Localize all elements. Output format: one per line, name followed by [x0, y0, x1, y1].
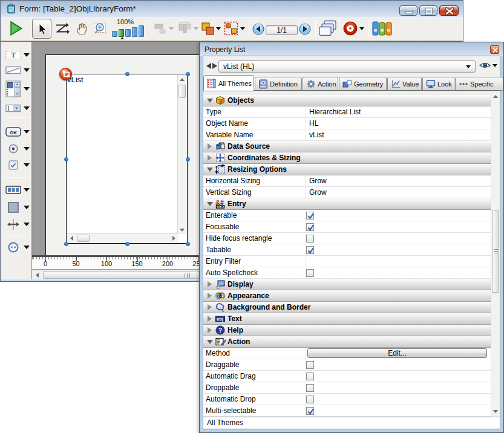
property-value[interactable]: Hierarchical List: [306, 106, 491, 117]
combo-box-tool-button[interactable]: [4, 100, 22, 116]
property-value[interactable]: HL: [306, 118, 491, 129]
theme-header-row[interactable]: Display: [203, 279, 491, 290]
selection-handle[interactable]: [125, 72, 129, 76]
theme-header-row[interactable]: Background and Border: [203, 302, 491, 313]
minimize-button[interactable]: [399, 5, 417, 16]
scroll-left-icon[interactable]: [33, 270, 42, 279]
zoom-bar-2[interactable]: [119, 29, 124, 37]
checkbox-unchecked[interactable]: [306, 235, 314, 243]
zoom-widget[interactable]: 100%: [112, 18, 147, 37]
page-number-field[interactable]: 1/1: [266, 25, 298, 35]
property-list-titlebar[interactable]: Property List: [200, 42, 503, 56]
button-tool-button[interactable]: OK: [4, 124, 22, 140]
close-button[interactable]: [439, 5, 459, 16]
library-button[interactable]: [372, 21, 393, 37]
previous-object-icon[interactable]: [206, 63, 211, 69]
theme-header-row[interactable]: Action: [203, 336, 491, 348]
maximize-button[interactable]: [419, 5, 437, 16]
object-vertical-scrollbar[interactable]: [177, 75, 186, 234]
distribute-button[interactable]: [177, 21, 192, 37]
theme-header-row[interactable]: Coordinates & Sizing: [203, 152, 491, 164]
splitter-tool-button[interactable]: [4, 217, 22, 232]
property-value[interactable]: [306, 267, 491, 278]
pan-button[interactable]: [74, 21, 89, 37]
theme-header-row[interactable]: Objects: [203, 95, 491, 106]
property-value[interactable]: [306, 405, 491, 416]
scroll-left-icon[interactable]: [67, 234, 76, 243]
rectangle-tool-button[interactable]: [4, 200, 22, 215]
chevron-down-icon[interactable]: [24, 68, 30, 72]
scroll-down-icon[interactable]: [491, 407, 500, 416]
property-value[interactable]: [306, 244, 491, 255]
zoom-tool-button[interactable]: [93, 21, 106, 37]
scrollbar-thumb[interactable]: [178, 85, 186, 98]
select-tool-button[interactable]: [32, 19, 51, 39]
zoom-bar-5[interactable]: [139, 25, 144, 37]
expand-triangle-icon[interactable]: [208, 327, 212, 333]
checkbox-unchecked[interactable]: [306, 373, 314, 380]
collapse-triangle-icon[interactable]: [207, 340, 213, 344]
chevron-down-icon[interactable]: [24, 206, 30, 209]
property-value[interactable]: [306, 233, 491, 244]
chevron-down-icon[interactable]: [493, 64, 497, 67]
expand-triangle-icon[interactable]: [208, 293, 212, 299]
tab-all-themes[interactable]: All Themes: [203, 75, 254, 91]
chevron-down-icon[interactable]: [24, 53, 30, 57]
theme-header-row[interactable]: ?Help: [203, 325, 491, 336]
theme-header-row[interactable]: Resizing Options: [203, 164, 491, 175]
chevron-down-icon[interactable]: [240, 27, 245, 30]
zoom-bar-1[interactable]: [112, 31, 117, 37]
checkbox-unchecked[interactable]: [306, 361, 314, 369]
tab-specific[interactable]: Specific: [455, 77, 503, 91]
scrollbar-thumb[interactable]: [492, 210, 499, 293]
property-value[interactable]: [306, 221, 491, 232]
property-value[interactable]: [306, 382, 491, 393]
vlist-hierarchical-list-object[interactable]: vList: [66, 74, 188, 244]
eye-icon[interactable]: [479, 61, 491, 70]
zoom-bar-4[interactable]: [132, 27, 137, 37]
property-value[interactable]: Grow: [306, 175, 491, 186]
property-value[interactable]: Grow: [306, 187, 491, 198]
theme-header-row[interactable]: Data Source: [203, 141, 491, 152]
property-list-close-button[interactable]: [490, 45, 499, 54]
checkbox-unchecked[interactable]: [306, 396, 314, 403]
scrollbar-thumb[interactable]: [77, 235, 90, 242]
collapse-triangle-icon[interactable]: [207, 99, 213, 103]
plugin-tool-button[interactable]: [4, 239, 22, 255]
scroll-right-icon[interactable]: [169, 234, 178, 243]
tab-definition[interactable]: Definition: [255, 77, 302, 91]
chevron-down-icon[interactable]: [24, 223, 30, 226]
execute-button[interactable]: [9, 21, 24, 38]
form-window-titlebar[interactable]: Form: [Table_2]ObjLibraryForm*: [1, 1, 463, 17]
expand-triangle-icon[interactable]: [208, 143, 212, 149]
expand-triangle-icon[interactable]: [208, 155, 212, 161]
collapse-triangle-icon[interactable]: [207, 202, 213, 206]
scroll-up-icon[interactable]: [178, 75, 186, 83]
radio-tool-button[interactable]: [4, 141, 22, 157]
next-object-icon[interactable]: [212, 63, 217, 69]
checkbox-checked[interactable]: [306, 223, 314, 231]
chevron-down-icon[interactable]: [24, 87, 30, 91]
selection-handle[interactable]: [64, 242, 68, 246]
insert-fields-button[interactable]: [343, 21, 358, 37]
zoom-bar-3[interactable]: [125, 29, 131, 37]
object-horizontal-scrollbar[interactable]: [67, 233, 178, 243]
expand-triangle-icon[interactable]: [208, 316, 212, 322]
collapse-triangle-icon[interactable]: [207, 168, 213, 172]
chevron-down-icon[interactable]: [24, 163, 30, 167]
checkbox-checked[interactable]: [306, 407, 314, 415]
tab-look[interactable]: Look: [422, 77, 454, 91]
selection-handle[interactable]: [125, 242, 129, 246]
tab-geometry[interactable]: Geometry: [339, 77, 387, 91]
display-pages-button[interactable]: [319, 20, 337, 39]
property-value[interactable]: [306, 359, 491, 370]
expand-triangle-icon[interactable]: [208, 281, 212, 287]
property-value[interactable]: [306, 371, 491, 382]
theme-header-row[interactable]: &#Entry: [203, 198, 491, 210]
chevron-down-icon[interactable]: [24, 147, 30, 151]
property-value[interactable]: [306, 394, 491, 405]
property-list-vertical-scrollbar[interactable]: [491, 91, 500, 417]
selection-handle[interactable]: [64, 157, 68, 161]
align-button[interactable]: [154, 22, 168, 37]
tab-action[interactable]: Action: [303, 77, 338, 91]
